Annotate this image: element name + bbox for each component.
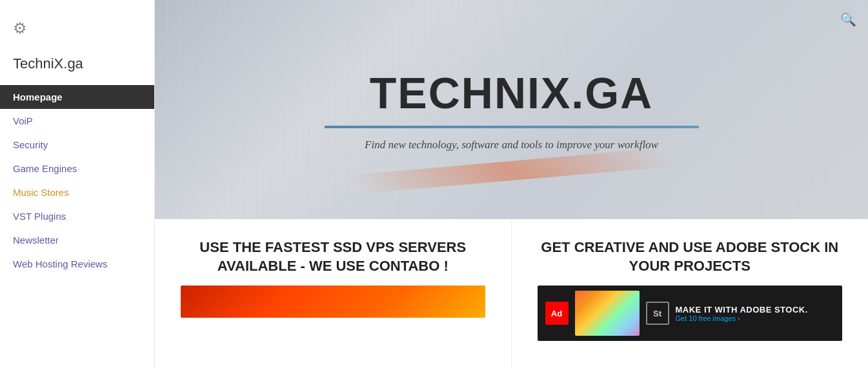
wrench-icon: ⚙ bbox=[13, 19, 27, 37]
adobe-sub-text[interactable]: Get 10 free images › bbox=[676, 315, 808, 322]
sidebar-item-music-stores[interactable]: Music Stores bbox=[0, 180, 154, 204]
hero-banner: 🔍 TECHNIX.GA Find new technology, softwa… bbox=[155, 0, 868, 219]
adobe-card: GET CREATIVE AND USE ADOBE STOCK IN YOUR… bbox=[512, 219, 869, 368]
sidebar-item-voip[interactable]: VoiP bbox=[0, 109, 154, 133]
st-label: St bbox=[653, 309, 661, 318]
adobe-label: Ad bbox=[551, 309, 562, 318]
vps-card-title[interactable]: USE THE FASTEST SSD VPS SERVERS AVAILABL… bbox=[181, 238, 485, 275]
vps-image-placeholder bbox=[181, 286, 485, 318]
site-title[interactable]: TechniX.ga bbox=[0, 55, 154, 85]
sidebar-item-web-hosting[interactable]: Web Hosting Reviews bbox=[0, 252, 154, 276]
adobe-logo-icon: Ad bbox=[545, 302, 569, 325]
cards-section: USE THE FASTEST SSD VPS SERVERS AVAILABL… bbox=[155, 219, 868, 368]
hero-divider bbox=[325, 126, 699, 128]
sidebar: ⚙ TechniX.ga Homepage VoiP Security Game… bbox=[0, 0, 155, 368]
adobe-stock-banner[interactable]: Ad St MAKE IT WITH ADOBE STOCK. Get 10 f… bbox=[538, 286, 843, 341]
logo-area: ⚙ bbox=[0, 13, 154, 50]
hero-subtitle: Find new technology, software and tools … bbox=[365, 139, 658, 151]
main-content: 🔍 TECHNIX.GA Find new technology, softwa… bbox=[155, 0, 868, 368]
sidebar-item-homepage[interactable]: Homepage bbox=[0, 85, 154, 109]
sidebar-item-newsletter[interactable]: Newsletter bbox=[0, 228, 154, 252]
nav-menu: Homepage VoiP Security Game Engines Musi… bbox=[0, 85, 154, 276]
sidebar-item-game-engines[interactable]: Game Engines bbox=[0, 157, 154, 180]
hero-title: TECHNIX.GA bbox=[370, 68, 653, 118]
adobe-main-text: MAKE IT WITH ADOBE STOCK. bbox=[676, 305, 808, 315]
sidebar-item-security[interactable]: Security bbox=[0, 133, 154, 157]
adobe-card-title[interactable]: GET CREATIVE AND USE ADOBE STOCK IN YOUR… bbox=[538, 238, 843, 275]
adobe-thumbnail bbox=[575, 291, 640, 336]
sidebar-item-vst-plugins[interactable]: VST Plugins bbox=[0, 204, 154, 228]
st-logo-icon: St bbox=[646, 302, 669, 325]
search-icon[interactable]: 🔍 bbox=[840, 12, 856, 27]
vps-card: USE THE FASTEST SSD VPS SERVERS AVAILABL… bbox=[155, 219, 512, 368]
adobe-banner-text: MAKE IT WITH ADOBE STOCK. Get 10 free im… bbox=[676, 305, 808, 322]
